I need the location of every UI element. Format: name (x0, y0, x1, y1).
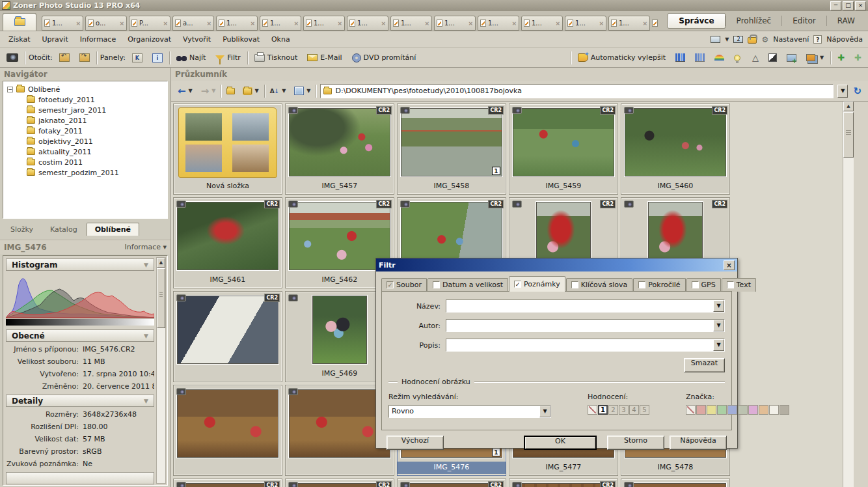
close-tab-icon[interactable]: × (511, 20, 517, 27)
tree-folder[interactable]: costim 2011 (5, 157, 166, 167)
grid-scrollbar[interactable]: ▲ (843, 102, 854, 487)
menu-organizovat[interactable]: Organizovat (122, 33, 177, 46)
document-tab[interactable]: 1...× (390, 16, 432, 31)
label-color-4[interactable] (738, 405, 748, 415)
document-tab[interactable]: 1...× (216, 16, 258, 31)
chevron-down-icon[interactable]: ▼ (713, 339, 724, 351)
folder-thumbnail[interactable]: Nová složka (173, 104, 282, 195)
close-button[interactable]: × (855, 1, 866, 10)
acquire-button[interactable] (3, 50, 21, 66)
photo-thumbnail[interactable] (173, 385, 282, 476)
tab-checkbox[interactable]: ✓ (514, 281, 521, 288)
tree-folder[interactable]: semestr_podzim_2011 (5, 167, 166, 178)
batch-button[interactable]: ▼ (803, 50, 827, 66)
tab-katalog[interactable]: Katalog (42, 223, 85, 236)
rotate-left-button[interactable] (56, 50, 73, 66)
photo-thumbnail[interactable]: CR2IMG_5479 (173, 479, 282, 487)
help-button[interactable]: Nápověda (670, 436, 727, 450)
tree-root-oblibene[interactable]: − Oblíbené (5, 84, 166, 94)
display-icon[interactable] (711, 36, 720, 43)
label-color-0[interactable] (696, 405, 706, 415)
rating-4-button[interactable]: 4 (629, 405, 639, 415)
mode-editor[interactable]: Editor (782, 14, 826, 28)
mode-raw[interactable]: RAW (827, 14, 865, 28)
close-tab-icon[interactable]: × (163, 20, 168, 27)
close-tab-icon[interactable]: × (75, 20, 81, 27)
sharpen-button[interactable]: △ (749, 50, 762, 66)
enhance-photo-button[interactable] (783, 50, 800, 66)
tab-checkbox[interactable] (727, 281, 734, 288)
clear-button[interactable]: Smazat (684, 358, 725, 372)
close-tab-icon[interactable]: × (424, 20, 429, 27)
label-color-3[interactable] (727, 405, 737, 415)
tab-slozky[interactable]: Složky (3, 223, 41, 236)
tab-oblibene[interactable]: Oblíbené (87, 223, 139, 236)
menu-upravit[interactable]: Upravit (36, 33, 74, 46)
document-tab[interactable]: a...× (172, 16, 214, 31)
close-tab-icon[interactable]: × (642, 20, 647, 27)
document-tab[interactable]: P...× (129, 16, 170, 31)
levels-button[interactable] (672, 50, 688, 66)
tab-checkbox[interactable] (638, 281, 645, 288)
favorites-button[interactable]: ▼ (240, 83, 262, 99)
chevron-down-icon[interactable]: ▼ (539, 406, 550, 417)
name-combo[interactable]: ▼ (446, 299, 725, 313)
scroll-up-button[interactable]: ▲ (157, 258, 165, 268)
document-tab[interactable]: 1...× (565, 16, 606, 31)
quick-fix-button[interactable]: ✚ (834, 50, 848, 66)
view-mode-button[interactable]: ▼ (291, 83, 314, 99)
tree-folder[interactable]: objektivy_2011 (5, 136, 166, 146)
general-section-header[interactable]: Obecné▼ (6, 329, 154, 342)
document-tab[interactable]: 1...× (347, 16, 388, 31)
document-tab[interactable]: 1...× (434, 16, 476, 31)
tree-folder[interactable]: fotoetudy_2011 (5, 94, 166, 105)
photo-thumbnail[interactable]: CR2IMG_5480 (285, 479, 394, 487)
address-dropdown-button[interactable]: ▼ (837, 85, 848, 98)
tree-folder[interactable]: semestr_jaro_2011 (5, 105, 166, 115)
author-combo[interactable]: ▼ (446, 319, 725, 332)
document-tab-stub[interactable] (652, 16, 664, 31)
menu-napoveda[interactable]: Nápověda (826, 35, 863, 44)
photo-thumbnail[interactable]: CR2IMG_5484 (509, 479, 618, 487)
menu-informace[interactable]: Informace (74, 33, 122, 46)
exposure-button[interactable] (731, 50, 746, 66)
chevron-down-icon[interactable]: ▼ (254, 88, 258, 94)
mode-spravce[interactable]: Správce (668, 13, 725, 29)
chevron-down-icon[interactable]: ▼ (713, 300, 724, 312)
tab-checkbox[interactable]: ✓ (387, 281, 394, 288)
close-tab-icon[interactable]: × (599, 20, 604, 27)
close-tab-icon[interactable]: × (250, 20, 255, 27)
filter-button[interactable]: Filtr (212, 50, 243, 66)
document-tab[interactable]: 1...× (521, 16, 563, 31)
document-tab[interactable]: 1...× (608, 16, 650, 31)
menu-ziskat[interactable]: Získat (3, 33, 36, 46)
tab-checkbox[interactable] (433, 281, 440, 288)
rotate-right-button[interactable] (76, 50, 93, 66)
chevron-down-icon[interactable]: ▼ (211, 88, 215, 94)
info-scrollbar[interactable]: ▲ (156, 257, 166, 484)
find-button[interactable]: Najít (173, 50, 209, 66)
rating-1-button[interactable]: 1 (598, 405, 608, 415)
forward-button[interactable]: →▼ (198, 83, 219, 99)
ok-button[interactable]: OK (524, 436, 597, 450)
search-mode-combo[interactable]: Rovno ▼ (388, 405, 551, 418)
panel-info-button[interactable]: i (149, 50, 166, 66)
chevron-down-icon[interactable]: ▼ (713, 320, 724, 331)
document-tab[interactable]: 1...× (260, 16, 301, 31)
filter-tab-soubor[interactable]: ✓Soubor (381, 278, 427, 292)
tree-folder[interactable]: aktuality_2011 (5, 146, 166, 157)
scroll-up-button[interactable]: ▲ (843, 102, 854, 111)
info-dropdown[interactable]: Informace ▾ (125, 243, 167, 251)
dvd-button[interactable]: DVD promítání (349, 50, 420, 66)
label-color-6[interactable] (759, 405, 768, 415)
maximize-button[interactable]: □ (843, 1, 854, 10)
label-color-7[interactable] (769, 405, 779, 415)
collapse-icon[interactable]: − (7, 87, 13, 92)
contrast-button[interactable] (765, 50, 780, 66)
rating-5-button[interactable]: 5 (640, 405, 649, 415)
label-color-5[interactable] (748, 405, 758, 415)
menu-okna[interactable]: Okna (265, 33, 296, 46)
filter-tab-gps[interactable]: GPS (686, 278, 721, 292)
chevron-down-icon[interactable]: ▼ (725, 36, 729, 42)
filter-tab-datum-a-velikost[interactable]: Datum a velikost (427, 278, 508, 292)
